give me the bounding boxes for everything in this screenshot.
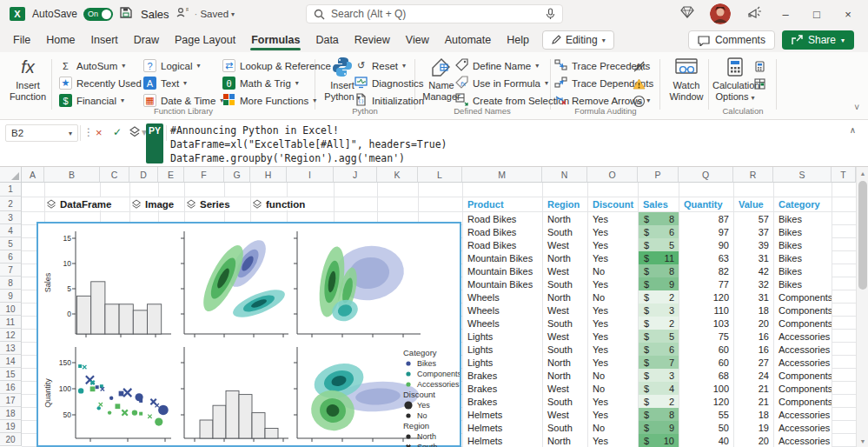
cell-value[interactable]: 27 <box>734 356 773 369</box>
cell-product[interactable]: Lights <box>463 356 542 369</box>
column-header-A[interactable]: A <box>22 167 44 183</box>
tab-file[interactable]: File <box>5 30 38 50</box>
row-header-20[interactable]: 20 <box>0 433 22 446</box>
cell-category[interactable]: Bikes <box>774 251 832 264</box>
row-header-8[interactable]: 8 <box>0 277 22 290</box>
cell-category[interactable]: Accessories <box>774 408 832 421</box>
cell-category[interactable]: Accessories <box>774 330 832 343</box>
cell-discount[interactable]: No <box>588 382 638 395</box>
column-header-K[interactable]: K <box>377 167 418 183</box>
cell-sales[interactable]: $5 <box>639 238 679 251</box>
cell-sales[interactable]: $5 <box>639 330 679 343</box>
row-header-6[interactable]: 6 <box>0 250 22 264</box>
cell-value[interactable]: 31 <box>734 290 773 304</box>
row-header-5[interactable]: 5 <box>0 237 22 250</box>
column-header-N[interactable]: N <box>542 167 587 183</box>
row-header-16[interactable]: 16 <box>0 381 22 394</box>
cell-category[interactable]: Bikes <box>774 264 832 277</box>
collapse-ribbon-icon[interactable]: ˅ <box>854 103 859 112</box>
premium-gem-icon[interactable] <box>680 6 694 22</box>
cell-region[interactable]: West <box>543 238 587 251</box>
cell-quantity[interactable]: 97 <box>679 225 733 238</box>
table-header-region[interactable]: Region <box>543 197 587 210</box>
row-header-18[interactable]: 18 <box>0 407 22 420</box>
row-header-1[interactable]: 1 <box>0 183 22 197</box>
cell-product[interactable]: Wheels <box>463 304 542 317</box>
cell-value[interactable]: 20 <box>734 434 773 447</box>
tab-view[interactable]: View <box>398 30 437 50</box>
cell-product[interactable]: Mountain Bikes <box>463 277 542 290</box>
python-object-card-dataframe[interactable]: DataFrame <box>46 197 116 210</box>
cell-quantity[interactable]: 60 <box>679 343 733 356</box>
cell-sales[interactable]: $10 <box>639 434 679 447</box>
cell-product[interactable]: Mountain Bikes <box>463 251 542 264</box>
cell-sales[interactable]: $8 <box>639 408 679 421</box>
error-checking-button[interactable] <box>633 77 646 93</box>
cell-region[interactable]: West <box>543 382 587 395</box>
cell-sales[interactable]: $11 <box>639 251 679 264</box>
save-status[interactable]: ·Saved▾ <box>195 9 235 19</box>
recently-used-button[interactable]: ★Recently Used▾ <box>59 75 149 91</box>
cell-value[interactable]: 21 <box>734 382 773 395</box>
cell-quantity[interactable]: 50 <box>679 421 733 434</box>
column-header-D[interactable]: D <box>129 167 158 183</box>
cell-discount[interactable]: No <box>588 421 638 434</box>
cell-discount[interactable]: Yes <box>588 434 638 447</box>
cell-discount[interactable]: No <box>588 264 638 277</box>
column-header-Q[interactable]: Q <box>679 167 733 183</box>
python-object-card-image[interactable]: Image <box>131 197 179 210</box>
column-header-R[interactable]: R <box>733 167 773 183</box>
cell-quantity[interactable]: 120 <box>679 395 733 408</box>
cell-quantity[interactable]: 60 <box>679 356 733 369</box>
row-header-12[interactable]: 12 <box>0 329 22 342</box>
cell-sales[interactable]: $6 <box>639 225 679 238</box>
cell-discount[interactable]: Yes <box>588 304 638 317</box>
insert-function-button[interactable]: fxInsert Function <box>5 56 50 103</box>
column-header-P[interactable]: P <box>638 167 679 183</box>
reset-button[interactable]: ↺Reset▾ <box>354 57 424 74</box>
cell-value[interactable]: 31 <box>734 251 773 264</box>
cell-discount[interactable]: Yes <box>588 225 638 238</box>
cell-region[interactable]: North <box>543 251 587 264</box>
row-header-2[interactable]: 2 <box>0 197 22 211</box>
column-header-F[interactable]: F <box>184 167 224 183</box>
cell-region[interactable]: West <box>543 408 587 421</box>
table-header-discount[interactable]: Discount <box>588 197 638 210</box>
cell-quantity[interactable]: 63 <box>679 251 733 264</box>
table-header-sales[interactable]: Sales <box>639 197 679 210</box>
cell-discount[interactable]: Yes <box>588 356 638 369</box>
cell-discount[interactable]: Yes <box>588 317 638 330</box>
cell-value[interactable]: 39 <box>734 238 773 251</box>
cell-region[interactable]: South <box>543 343 587 356</box>
cell-product[interactable]: Brakes <box>463 369 542 382</box>
cell-quantity[interactable]: 90 <box>679 238 733 251</box>
cell-category[interactable]: Components <box>774 304 832 317</box>
cell-discount[interactable]: Yes <box>588 408 638 421</box>
text-button[interactable]: AText▾ <box>143 75 223 91</box>
cell-category[interactable]: Bikes <box>774 225 832 238</box>
cell-quantity[interactable]: 82 <box>679 264 733 277</box>
minimize-button[interactable]: – <box>778 8 793 21</box>
cell-region[interactable]: South <box>543 277 587 290</box>
tab-automate[interactable]: Automate <box>437 30 500 50</box>
cell-value[interactable]: 32 <box>734 277 773 290</box>
close-button[interactable]: × <box>840 8 856 21</box>
cell-quantity[interactable]: 77 <box>679 277 733 290</box>
cell-discount[interactable]: Yes <box>588 395 638 408</box>
row-header-13[interactable]: 13 <box>0 342 22 355</box>
cell-category[interactable]: Accessories <box>774 434 832 447</box>
cell-discount[interactable]: Yes <box>588 277 638 290</box>
column-header-B[interactable]: B <box>44 167 100 183</box>
cell-region[interactable]: North <box>543 212 587 225</box>
cell-value[interactable]: 37 <box>734 225 773 238</box>
show-formulas-button[interactable]: fx <box>633 59 646 76</box>
cell-grid[interactable]: ProductRegionDiscountSalesQuantityValueC… <box>22 183 856 447</box>
cell-sales[interactable]: $8 <box>639 212 679 225</box>
cell-value[interactable]: 24 <box>734 369 773 382</box>
row-header-11[interactable]: 11 <box>0 316 22 329</box>
cell-category[interactable]: Components <box>774 382 832 395</box>
cell-quantity[interactable]: 110 <box>679 304 733 317</box>
watch-window-button[interactable]: Watch Window <box>664 56 709 103</box>
document-title[interactable]: Sales <box>141 8 169 21</box>
cell-discount[interactable]: Yes <box>588 343 638 356</box>
